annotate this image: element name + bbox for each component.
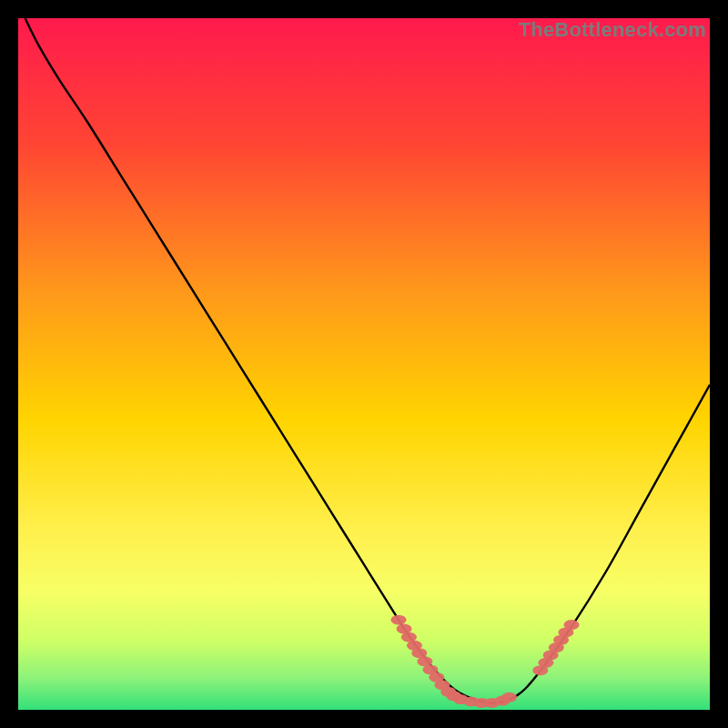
- watermark-text: TheBottleneck.com: [519, 18, 706, 42]
- marker-dot: [564, 620, 580, 630]
- marker-dot: [501, 693, 517, 703]
- gradient-background: [18, 18, 710, 710]
- marker-dot: [391, 615, 407, 625]
- chart-frame: TheBottleneck.com: [18, 18, 710, 710]
- bottleneck-chart: [18, 18, 710, 710]
